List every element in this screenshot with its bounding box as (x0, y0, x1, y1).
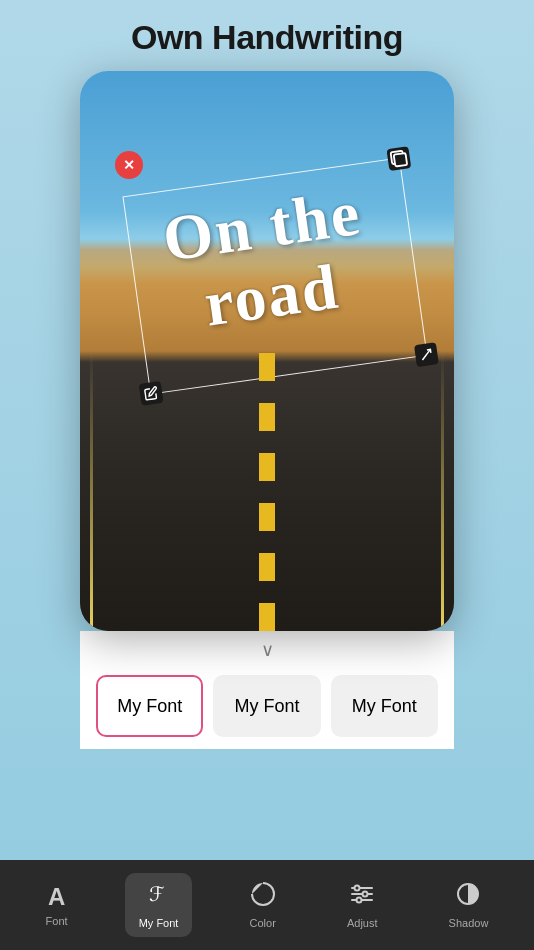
color-icon (250, 881, 276, 913)
phone-container: ✕ (80, 71, 454, 749)
nav-item-adjust[interactable]: Adjust (333, 873, 392, 937)
font-item-1[interactable]: My Font (96, 675, 203, 737)
nav-item-font[interactable]: A Font (32, 875, 82, 935)
svg-rect-1 (394, 153, 407, 166)
nav-item-myfont[interactable]: ℱ My Font (125, 873, 193, 937)
font-item-2-label: My Font (234, 696, 299, 717)
nav-label-font: Font (46, 915, 68, 927)
svg-point-7 (355, 886, 360, 891)
font-selector-row: My Font My Font My Font (80, 667, 454, 749)
font-item-1-label: My Font (117, 696, 182, 717)
road-center-lines (259, 351, 275, 631)
collapse-chevron[interactable]: ∨ (261, 639, 274, 661)
road-right-line (441, 351, 444, 631)
page-title: Own Handwriting (0, 0, 534, 71)
svg-point-9 (357, 898, 362, 903)
app-background: Own Handwriting ✕ (0, 0, 534, 950)
chevron-row: ∨ (80, 631, 454, 667)
nav-item-color[interactable]: Color (236, 873, 290, 937)
road-left-line (90, 351, 93, 631)
font-item-2[interactable]: My Font (213, 675, 320, 737)
adjust-icon (349, 881, 375, 913)
font-item-3[interactable]: My Font (331, 675, 438, 737)
svg-point-8 (363, 892, 368, 897)
canvas-frame[interactable]: ✕ (80, 71, 454, 631)
bottom-panel: ∨ My Font My Font My Font (80, 631, 454, 749)
edit-handle[interactable] (139, 381, 164, 406)
bottom-nav: A Font ℱ My Font Color (0, 860, 534, 950)
close-button[interactable]: ✕ (115, 151, 143, 179)
myfont-icon: ℱ (146, 881, 172, 913)
resize-handle[interactable] (414, 342, 439, 367)
svg-text:ℱ: ℱ (149, 883, 165, 905)
main-content: Own Handwriting ✕ (0, 0, 534, 860)
nav-item-shadow[interactable]: Shadow (435, 873, 503, 937)
nav-label-adjust: Adjust (347, 917, 378, 929)
shadow-icon (455, 881, 481, 913)
nav-label-myfont: My Font (139, 917, 179, 929)
copy-handle[interactable] (386, 146, 411, 171)
font-item-3-label: My Font (352, 696, 417, 717)
nav-label-color: Color (250, 917, 276, 929)
nav-label-shadow: Shadow (449, 917, 489, 929)
font-icon: A (48, 883, 65, 911)
